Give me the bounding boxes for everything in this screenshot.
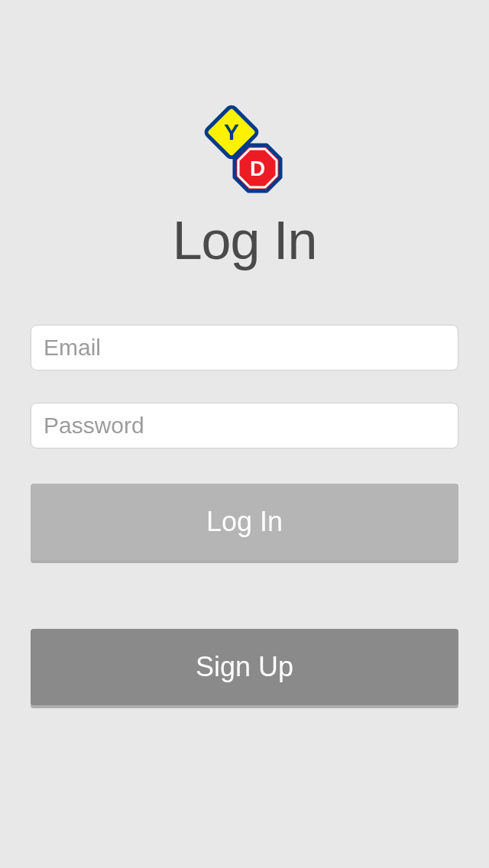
email-field[interactable]: [31, 325, 458, 371]
logo-letter-d: D: [250, 157, 265, 180]
logo-letter-y: Y: [224, 119, 239, 144]
app-logo: Y D: [202, 103, 287, 195]
signup-button[interactable]: Sign Up: [31, 629, 458, 705]
page-title: Log In: [173, 210, 317, 271]
login-screen: Y D Log In Log In Sign Up: [0, 0, 489, 705]
login-button[interactable]: Log In: [31, 484, 458, 560]
password-field[interactable]: [31, 403, 458, 449]
